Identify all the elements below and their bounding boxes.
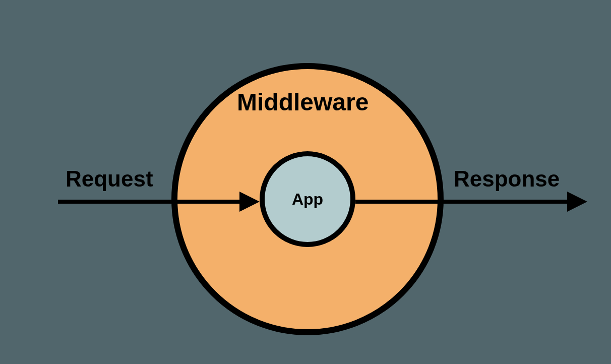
response-arrow-head	[567, 192, 587, 212]
response-label: Response	[454, 166, 560, 192]
middleware-label: Middleware	[237, 88, 369, 116]
app-circle: App	[260, 151, 355, 247]
app-label: App	[292, 190, 323, 209]
request-label: Request	[66, 166, 153, 192]
